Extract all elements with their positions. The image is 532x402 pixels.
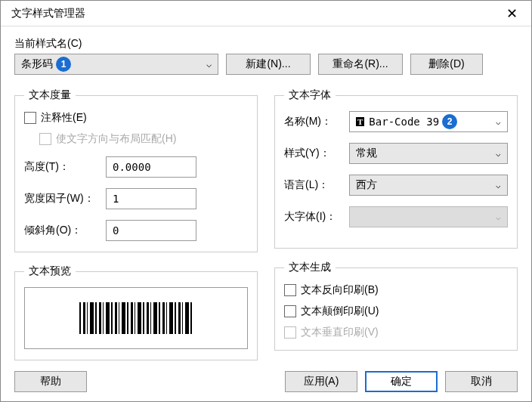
vertical-checkbox [284,326,296,339]
upside-checkbox[interactable] [284,305,296,317]
font-style-select[interactable]: 常规 ⌵ [349,143,508,164]
text-preview-group: 文本预览 [14,264,258,360]
height-input[interactable] [106,156,196,178]
oblique-input[interactable] [106,220,196,241]
chevron-down-icon: ⌵ [496,117,501,127]
truetype-icon: T [356,117,364,126]
font-name-label: 名称(M)： [284,115,343,128]
width-input[interactable] [106,188,196,209]
bigfont-select: ⌵ [349,206,508,227]
font-style-value: 常规 [356,147,377,160]
font-name-select[interactable]: T Bar-Code 39 2 ⌵ [349,111,508,132]
font-style-label: 样式(Y)： [284,147,343,160]
text-metrics-group: 文本度量 注释性(E) 使文字方向与布局匹配(H) 高度(T)： 宽度因子(W)… [14,88,258,252]
text-gen-legend: 文本生成 [284,261,336,274]
vertical-label: 文本垂直印刷(V) [301,326,379,339]
preview-box [24,287,248,349]
ok-button[interactable]: 确定 [365,371,438,392]
match-orient-label: 使文字方向与布局匹配(H) [56,132,176,146]
annotative-checkbox[interactable] [24,112,36,124]
font-name-value: Bar-Code 39 [369,116,439,128]
width-label: 宽度因子(W)： [24,192,100,206]
text-font-group: 文本字体 名称(M)： T Bar-Code 39 2 ⌵ 样式(Y)： 常规 … [274,88,518,249]
chevron-down-icon: ⌵ [496,212,501,222]
current-style-value: 条形码 [21,57,53,71]
barcode-preview [79,302,193,334]
backwards-label: 文本反向印刷(B) [301,283,379,297]
backwards-checkbox[interactable] [284,284,296,296]
current-style-select[interactable]: 条形码 1 ⌵ [14,54,218,75]
text-preview-legend: 文本预览 [24,264,76,278]
current-style-label: 当前样式名(C) [14,37,518,51]
close-icon[interactable]: ✕ [500,5,524,22]
help-button[interactable]: 帮助 [14,371,87,392]
new-button[interactable]: 新建(N)... [226,54,311,75]
text-gen-group: 文本生成 文本反向印刷(B) 文本颠倒印刷(U) 文本垂直印刷(V) [274,261,518,351]
match-orient-checkbox [39,133,51,145]
rename-button[interactable]: 重命名(R)... [318,54,403,75]
chevron-down-icon: ⌵ [206,59,212,70]
height-label: 高度(T)： [24,160,100,174]
chevron-down-icon: ⌵ [496,149,501,159]
bigfont-label: 大字体(I)： [284,210,343,224]
font-lang-label: 语言(L)： [284,178,343,192]
font-lang-select[interactable]: 西方 ⌵ [349,175,508,196]
annotative-label: 注释性(E) [41,111,87,125]
badge-2: 2 [442,114,457,129]
chevron-down-icon: ⌵ [496,181,501,190]
oblique-label: 倾斜角(O)： [24,224,100,237]
title-bar: 文字样式管理器 ✕ [1,1,531,26]
font-lang-value: 西方 [356,178,377,192]
cancel-button[interactable]: 取消 [445,371,518,392]
window-title: 文字样式管理器 [11,7,85,20]
apply-button[interactable]: 应用(A) [285,371,357,392]
text-font-legend: 文本字体 [284,88,336,102]
delete-button[interactable]: 删除(D) [410,54,483,75]
upside-label: 文本颠倒印刷(U) [301,305,379,318]
badge-1: 1 [56,57,71,72]
text-metrics-legend: 文本度量 [24,88,76,102]
